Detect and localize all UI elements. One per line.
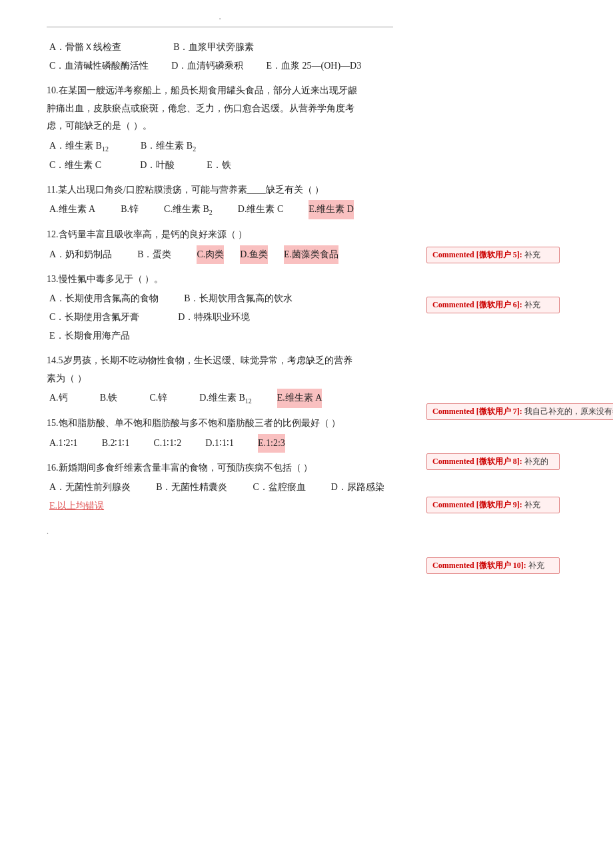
q10-options-2: C．维生素 C D．叶酸 E．铁: [49, 156, 393, 175]
q14-opt-c: C.锌: [149, 389, 167, 408]
q15-opt-d: D.1∶1∶1: [205, 434, 234, 453]
comment-6-label: Commented [微软用户 6]:: [432, 300, 522, 309]
q14-opt-b: B.铁: [100, 389, 118, 408]
q15-opt-a: A.1∶2∶1: [49, 434, 78, 453]
q13-options-1: A．长期使用含氟高的食物 B．长期饮用含氟高的饮水: [49, 289, 393, 308]
bottom-dot: ·: [47, 529, 393, 539]
q16-options-2: E.以上均错误: [49, 497, 393, 515]
q11-opt-e: E.维生素 D: [308, 200, 354, 219]
question-11: 11.某人出现口角炎/口腔粘膜溃疡，可能与营养素____缺乏有关（ ） A.维生…: [47, 181, 393, 219]
q14-text: 14.5岁男孩，长期不吃动物性食物，生长迟缓、味觉异常，考虑缺乏的营养 素为（ …: [47, 352, 393, 387]
comment-6: Commented [微软用户 6]: 补充: [426, 297, 560, 313]
q12-opt-a: A．奶和奶制品: [49, 245, 112, 264]
q16-opt-a: A．无菌性前列腺炎: [49, 478, 131, 497]
q11-opt-a: A.维生素 A: [49, 200, 95, 219]
q10-options-1: A．维生素 B12 B．维生素 B2: [49, 137, 393, 156]
comment-5-text: 补充: [524, 250, 540, 259]
q13-opt-a: A．长期使用含氟高的食物: [49, 289, 159, 308]
q11-opt-b: B.锌: [121, 200, 139, 219]
q14-options: A.钙 B.铁 C.锌 D.维生素 B12 E.维生素 A: [49, 389, 393, 408]
q15-options: A.1∶2∶1 B.2∶1∶1 C.1∶1∶2 D.1∶1∶1 E.1:2:3: [49, 434, 393, 453]
q10-opt-a: A．维生素 B12: [49, 137, 109, 156]
options-row-2: C．血清碱性磷酸酶活性 D．血清钙磷乘积 E．血浆 25—(OH)—D3: [49, 57, 393, 75]
q16-options-1: A．无菌性前列腺炎 B．无菌性精囊炎 C．盆腔瘀血 D．尿路感染: [49, 478, 393, 497]
q11-text: 11.某人出现口角炎/口腔粘膜溃疡，可能与营养素____缺乏有关（ ）: [47, 181, 393, 199]
comment-7: Commented [微软用户 7]: 我自己补充的，原来没有年龄: [426, 403, 613, 420]
option-b: B．血浆甲状旁腺素: [173, 38, 254, 57]
question-10: 10.在某国一艘远洋考察船上，船员长期食用罐头食品，部分人近来出现牙龈 肿痛出血…: [47, 82, 393, 175]
q12-opt-b: B．蛋类: [137, 245, 171, 264]
q13-opt-e: E．长期食用海产品: [49, 327, 130, 345]
q11-opt-c: C.维生素 B2: [164, 200, 213, 219]
top-dot: ·: [219, 13, 221, 23]
q10-text: 10.在某国一艘远洋考察船上，船员长期食用罐头食品，部分人近来出现牙龈 肿痛出血…: [47, 82, 393, 135]
question-15: 15.饱和脂肪酸、单不饱和脂肪酸与多不饱和脂肪酸三者的比例最好（ ） A.1∶2…: [47, 415, 393, 453]
comment-8-text: 补充的: [524, 457, 548, 466]
q13-opt-c: C．长期使用含氟牙膏: [49, 308, 139, 327]
comment-6-text: 补充: [524, 300, 540, 309]
q15-opt-b: B.2∶1∶1: [102, 434, 130, 453]
q16-opt-e: E.以上均错误: [49, 497, 104, 515]
q15-opt-e: E.1:2:3: [258, 434, 285, 453]
q16-opt-d: D．尿路感染: [331, 478, 384, 497]
q13-opt-b: B．长期饮用含氟高的饮水: [184, 289, 293, 308]
comment-8-label: Commented [微软用户 8]:: [432, 457, 522, 466]
comment-9-text: 补充: [524, 500, 540, 509]
q15-text: 15.饱和脂肪酸、单不饱和脂肪酸与多不饱和脂肪酸三者的比例最好（ ）: [47, 415, 393, 433]
option-c: C．血清碱性磷酸酶活性: [49, 57, 149, 75]
q13-text: 13.慢性氟中毒多见于（ ）。: [47, 271, 393, 289]
q14-opt-e: E.维生素 A: [277, 389, 322, 408]
comment-10-label: Commented [微软用户 10]:: [432, 561, 526, 570]
q13-opt-d: D．特殊职业环境: [178, 308, 250, 327]
comment-9: Commented [微软用户 9]: 补充: [426, 497, 560, 513]
comment-8: Commented [微软用户 8]: 补充的: [426, 453, 560, 470]
q13-options-2: C．长期使用含氟牙膏 D．特殊职业环境: [49, 308, 393, 327]
question-14: 14.5岁男孩，长期不吃动物性食物，生长迟缓、味觉异常，考虑缺乏的营养 素为（ …: [47, 352, 393, 408]
q15-opt-c: C.1∶1∶2: [153, 434, 181, 453]
comment-10: Commented [微软用户 10]: 补充: [426, 557, 560, 574]
comment-7-text: 我自己补充的，原来没有年龄: [524, 407, 613, 416]
q-top-options: A．骨骼Ｘ线检查 B．血浆甲状旁腺素 C．血清碱性磷酸酶活性 D．血清钙磷乘积 …: [47, 38, 393, 75]
top-line: ·: [47, 13, 393, 27]
q14-opt-d: D.维生素 B12: [199, 389, 251, 408]
q14-opt-a: A.钙: [49, 389, 68, 408]
comment-7-label: Commented [微软用户 7]:: [432, 407, 522, 416]
comment-10-text: 补充: [528, 561, 544, 570]
q16-opt-c: C．盆腔瘀血: [253, 478, 305, 497]
q12-opt-e: E.菌藻类食品: [284, 245, 338, 264]
q12-options: A．奶和奶制品 B．蛋类 C.肉类 D.鱼类 E.菌藻类食品: [49, 245, 393, 264]
q10-opt-c: C．维生素 C: [49, 156, 101, 175]
question-16: 16.新婚期间多食纤维素含量丰富的食物，可预防疾病不包括（ ） A．无菌性前列腺…: [47, 459, 393, 516]
question-12: 12.含钙量丰富且吸收率高，是钙的良好来源（ ） A．奶和奶制品 B．蛋类 C.…: [47, 226, 393, 264]
question-13: 13.慢性氟中毒多见于（ ）。 A．长期使用含氟高的食物 B．长期饮用含氟高的饮…: [47, 271, 393, 346]
comment-5: Commented [微软用户 5]: 补充: [426, 247, 560, 263]
comment-9-label: Commented [微软用户 9]:: [432, 500, 522, 509]
option-e: E．血浆 25—(OH)—D3: [266, 57, 361, 75]
q16-opt-b: B．无菌性精囊炎: [156, 478, 227, 497]
option-d: D．血清钙磷乘积: [171, 57, 243, 75]
q11-options: A.维生素 A B.锌 C.维生素 B2 D.维生素 C E.维生素 D: [49, 200, 393, 219]
q12-opt-d: D.鱼类: [240, 245, 268, 264]
q12-text: 12.含钙量丰富且吸收率高，是钙的良好来源（ ）: [47, 226, 393, 244]
comment-5-label: Commented [微软用户 5]:: [432, 250, 522, 259]
q10-opt-d: D．叶酸: [140, 156, 175, 175]
main-content: · A．骨骼Ｘ线检查 B．血浆甲状旁腺素 C．血清碱性磷酸酶活性 D．血清钙磷乘…: [0, 0, 420, 868]
q16-text: 16.新婚期间多食纤维素含量丰富的食物，可预防疾病不包括（ ）: [47, 459, 393, 477]
q11-opt-d: D.维生素 C: [238, 200, 283, 219]
q10-opt-b: B．维生素 B2: [141, 137, 196, 156]
q10-opt-e: E．铁: [207, 156, 231, 175]
q12-opt-c: C.肉类: [197, 245, 224, 264]
comment-container: Commented [微软用户 5]: 补充 Commented [微软用户 6…: [423, 7, 606, 807]
options-row: A．骨骼Ｘ线检查 B．血浆甲状旁腺素: [49, 38, 393, 57]
q13-options-3: E．长期食用海产品: [49, 327, 393, 345]
sidebar-comments: Commented [微软用户 5]: 补充 Commented [微软用户 6…: [420, 0, 613, 868]
page-wrapper: · A．骨骼Ｘ线检查 B．血浆甲状旁腺素 C．血清碱性磷酸酶活性 D．血清钙磷乘…: [0, 0, 613, 868]
option-a: A．骨骼Ｘ线检查: [49, 38, 121, 57]
